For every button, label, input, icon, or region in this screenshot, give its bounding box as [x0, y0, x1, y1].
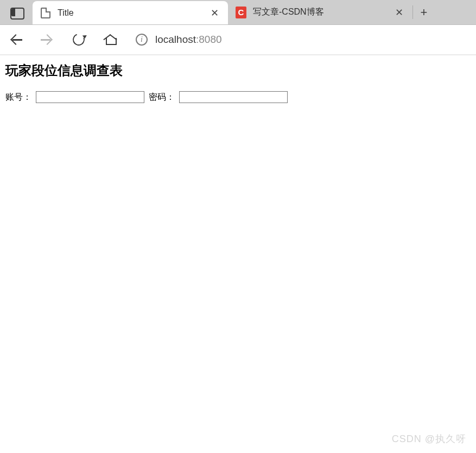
home-icon — [104, 34, 116, 45]
url-host: localhost — [155, 34, 196, 45]
password-input[interactable] — [179, 91, 288, 103]
arrow-right-icon — [42, 34, 53, 45]
refresh-icon — [71, 31, 86, 47]
url-port: :8080 — [196, 34, 222, 45]
browser-titlebar: Title ✕ C 写文章-CSDN博客 ✕ + — [0, 0, 476, 25]
tab-title: Title — [58, 8, 202, 18]
page-title: 玩家段位信息调查表 — [5, 62, 471, 79]
tab-inactive[interactable]: C 写文章-CSDN博客 ✕ — [228, 0, 412, 24]
watermark: CSDN @执久呀 — [392, 432, 466, 445]
arrow-left-icon — [10, 34, 21, 45]
form-row: 账号： 密码： — [5, 91, 471, 103]
page-icon — [40, 8, 51, 18]
plus-icon: + — [421, 5, 428, 20]
account-input[interactable] — [36, 91, 144, 103]
csdn-favicon-icon: C — [236, 7, 246, 18]
back-button[interactable] — [7, 30, 25, 49]
tab-active[interactable]: Title ✕ — [33, 1, 228, 24]
home-button[interactable] — [101, 30, 119, 49]
page-content: 玩家段位信息调查表 账号： 密码： — [0, 55, 476, 110]
close-icon[interactable]: ✕ — [393, 8, 405, 17]
forward-button[interactable] — [38, 30, 56, 49]
url-text: localhost:8080 — [155, 34, 222, 46]
address-bar[interactable]: i localhost:8080 — [136, 34, 469, 46]
refresh-button[interactable] — [69, 30, 88, 49]
password-label: 密码： — [149, 92, 175, 103]
close-icon[interactable]: ✕ — [208, 8, 220, 18]
tab-actions-icon — [10, 8, 22, 17]
tab-actions-button[interactable] — [0, 0, 33, 24]
site-info-icon[interactable]: i — [136, 34, 148, 46]
new-tab-button[interactable]: + — [413, 0, 435, 24]
account-label: 账号： — [5, 92, 31, 103]
tab-title: 写文章-CSDN博客 — [253, 7, 386, 18]
browser-toolbar: i localhost:8080 — [0, 25, 476, 55]
